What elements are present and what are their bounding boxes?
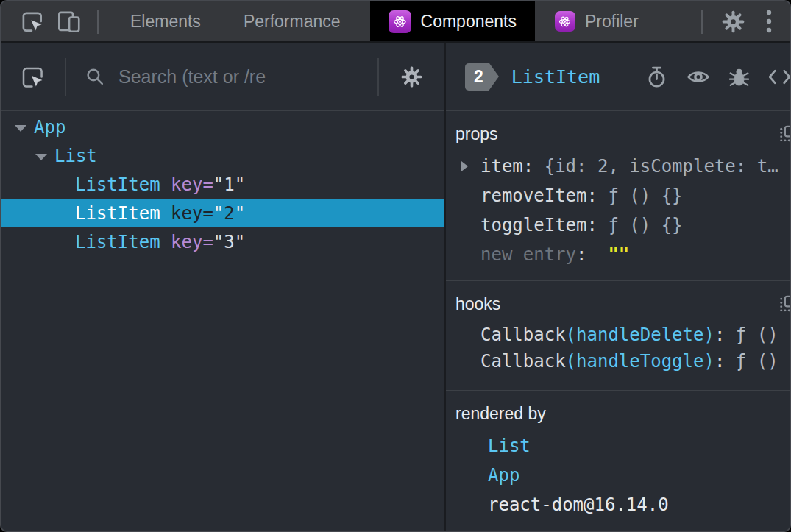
component-name: ListItem (75, 203, 160, 224)
inspect-element-icon[interactable] (21, 10, 43, 33)
selected-index-badge: 2 (465, 63, 489, 91)
rendered-by-title: rendered by (455, 404, 546, 424)
key-attr-eq: = (202, 232, 213, 252)
devtools-window: Elements Performance Components (0, 0, 791, 532)
key-attr-value: 2 (224, 203, 234, 224)
key-attr-name: key (171, 174, 202, 195)
props-section: props item: {id: 2, isComplete: t… (446, 111, 791, 281)
copy-icon[interactable] (778, 125, 791, 143)
rendered-by-react-dom: react-dom@16.14.0 (446, 490, 791, 519)
search-input[interactable] (118, 66, 377, 88)
tab-elements-label: Elements (130, 12, 201, 32)
rendered-by-section: rendered by List App react-dom@16.14.0 (446, 391, 791, 531)
hooks-title: hooks (455, 294, 500, 314)
search-field-wrap (105, 66, 377, 88)
chevron-down-icon[interactable] (35, 154, 47, 160)
toggle-device-toolbar-icon[interactable] (57, 10, 81, 33)
tab-performance-label: Performance (244, 12, 341, 32)
selected-component-header: 2 ListItem (446, 43, 791, 111)
tab-profiler[interactable]: Profiler (536, 1, 657, 41)
component-details-panel: 2 ListItem (444, 43, 791, 531)
log-component-bug-icon[interactable] (729, 66, 749, 88)
tab-components[interactable]: Components (370, 1, 535, 41)
tree-row-listitem-3[interactable]: ListItem key="3" (1, 227, 444, 256)
rendered-by-list[interactable]: List (446, 431, 791, 461)
inspect-component-icon[interactable] (21, 65, 44, 89)
tab-components-label: Components (421, 12, 517, 32)
hook-row-handledelete[interactable]: Callback(handleDelete): ƒ () {} (446, 322, 791, 348)
new-entry-value-input[interactable]: "" (608, 244, 629, 265)
tree-row-list[interactable]: List (1, 141, 444, 170)
chevron-right-icon[interactable] (461, 161, 468, 171)
react-logo-icon (555, 11, 575, 32)
tree-row-app[interactable]: App (1, 113, 444, 141)
gear-icon[interactable] (400, 65, 423, 88)
component-name: ListItem (75, 174, 160, 195)
tree-row-listitem-2-selected[interactable]: ListItem key="2" (1, 199, 444, 227)
toolbar-divider (377, 58, 379, 96)
tab-profiler-label: Profiler (585, 12, 639, 32)
tab-bar-divider (97, 10, 99, 34)
key-attr-eq: = (202, 174, 213, 195)
tab-performance[interactable]: Performance (225, 1, 359, 41)
key-attr-eq: = (202, 203, 213, 224)
react-logo-icon (389, 10, 411, 33)
chevron-down-icon[interactable] (15, 125, 26, 132)
toolbar-divider (65, 58, 66, 96)
gear-icon[interactable] (721, 10, 745, 34)
tab-elements[interactable]: Elements (112, 1, 219, 41)
key-attr-value: 3 (224, 232, 234, 252)
hook-row-handletoggle[interactable]: Callback(handleToggle): ƒ () {} (446, 348, 791, 375)
selected-component-name: ListItem (511, 66, 600, 88)
copy-icon[interactable] (778, 295, 791, 313)
devtools-tab-bar: Elements Performance Components (1, 1, 790, 43)
view-source-code-icon[interactable] (768, 69, 791, 85)
hooks-section: hooks Callback(handleDelete): ƒ () {} (446, 281, 791, 391)
tree-toolbar (1, 43, 444, 111)
key-attr-value: 1 (224, 174, 234, 195)
search-icon (85, 67, 105, 87)
inspect-dom-eye-icon[interactable] (687, 68, 710, 85)
kebab-menu-icon[interactable] (766, 9, 772, 34)
key-attr-name: key (171, 232, 202, 252)
component-name: App (34, 117, 65, 138)
component-name: ListItem (75, 232, 160, 252)
prop-row-item[interactable]: item: {id: 2, isComplete: t… (446, 152, 791, 181)
suspense-stopwatch-icon[interactable] (646, 65, 667, 88)
tree-row-listitem-1[interactable]: ListItem key="1" (1, 170, 444, 199)
tab-bar-divider (701, 10, 703, 34)
props-title: props (455, 124, 498, 144)
rendered-by-app[interactable]: App (446, 461, 791, 490)
component-name: List (54, 146, 97, 166)
components-tree-panel: App List ListItem key="1" ListItem key="… (1, 43, 444, 531)
component-tree: App List ListItem key="1" ListItem key="… (1, 111, 444, 531)
key-attr-name: key (171, 203, 202, 224)
prop-row-toggleitem[interactable]: toggleItem: ƒ () {} (446, 210, 791, 240)
prop-row-removeitem[interactable]: removeItem: ƒ () {} (446, 181, 791, 210)
prop-row-new-entry[interactable]: new entry: "" (446, 240, 791, 269)
